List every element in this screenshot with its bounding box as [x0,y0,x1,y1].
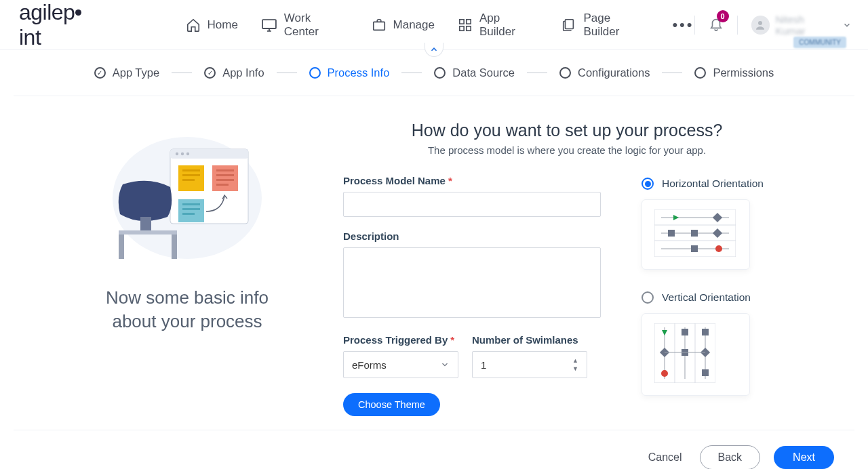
nav-work-center[interactable]: Work Center [261,12,349,39]
nav-page-builder-label: Page Builder [583,12,649,39]
step-app-info[interactable]: App Info [204,66,264,79]
step-connector [172,73,192,73]
label-description: Description [343,230,601,242]
nav-app-builder[interactable]: App Builder [458,12,539,39]
radio-vertical[interactable]: Vertical Orientation [642,291,791,304]
svg-rect-4 [460,26,464,30]
nav-more[interactable]: ••• [672,16,694,34]
chevron-up-icon [429,45,439,54]
avatar [751,16,770,35]
svg-rect-29 [119,234,124,259]
next-button[interactable]: Next [774,446,834,469]
svg-point-11 [176,152,178,155]
person-icon [754,19,766,31]
form-area: How do you want to set up your process? … [343,114,837,416]
svg-rect-26 [182,213,195,215]
radio-icon [642,178,654,190]
input-description[interactable] [343,247,601,318]
illustration-column: Now some basic info about your process [31,114,343,416]
step-label: Data Source [452,66,515,79]
svg-rect-22 [216,184,229,186]
svg-marker-50 [662,330,667,335]
svg-rect-42 [691,245,698,252]
step-process-info[interactable]: Process Info [309,66,390,79]
check-circle-icon [94,67,106,79]
user-tag: COMMUNITY [793,37,846,48]
svg-rect-17 [182,179,195,181]
user-name: Nitesh Kumar [775,14,837,37]
step-data-source[interactable]: Data Source [434,66,515,79]
svg-rect-15 [182,169,200,171]
notifications-badge: 0 [717,10,729,22]
check-circle-icon [204,67,216,79]
form-header: How do you want to set up your process? … [343,114,791,175]
back-button[interactable]: Back [700,445,761,469]
page-subtitle: The process model is where you create th… [343,144,791,156]
svg-rect-25 [182,208,200,210]
step-connector [662,73,682,73]
svg-rect-30 [172,234,177,259]
nav-app-builder-label: App Builder [479,12,539,39]
svg-rect-20 [216,174,234,176]
briefcase-icon [372,18,387,33]
step-label: Configurations [578,66,650,79]
step-configurations[interactable]: Configurations [559,66,650,79]
svg-rect-19 [216,169,234,171]
chevron-down-icon [440,360,450,369]
horizontal-diagram-icon [654,209,736,257]
radio-label: Vertical Orientation [662,291,751,304]
orientation-column: Horizontal Orientation [642,178,791,416]
svg-rect-18 [212,165,238,191]
vertical-preview [642,313,750,396]
svg-rect-51 [682,329,688,335]
step-permissions[interactable]: Permissions [694,66,774,79]
notifications-button[interactable]: 0 [709,16,724,35]
step-label: Process Info [328,66,390,79]
horizontal-preview [642,199,750,270]
spinner-up[interactable]: ▲ [572,357,578,364]
pages-icon [561,18,576,33]
svg-rect-39 [668,230,675,237]
content-grid: Now some basic info about your process H… [14,102,854,416]
svg-point-56 [661,370,668,377]
empty-circle-icon [434,67,446,79]
svg-rect-3 [467,19,471,23]
user-menu[interactable]: Nitesh Kumar [751,14,852,37]
select-triggered-by[interactable]: eForms [343,351,458,378]
empty-circle-icon [694,67,706,79]
spinner-value: 1 [481,359,486,371]
step-connector [277,73,297,73]
cancel-button[interactable]: Cancel [644,451,686,464]
chevron-down-icon [842,20,852,30]
vertical-diagram-icon [654,323,715,383]
wizard-steps: App Type App Info Process Info Data Sour… [14,50,854,96]
choose-theme-button[interactable]: Choose Theme [343,393,440,416]
illustration-caption: Now some basic info about your process [106,286,269,333]
primary-nav: Home Work Center Manage App Builder Page… [186,12,694,39]
monitor-icon [261,18,277,33]
svg-point-13 [186,152,189,155]
svg-marker-37 [673,215,679,220]
input-model-name[interactable] [343,192,601,217]
svg-rect-5 [467,26,471,30]
radio-horizontal[interactable]: Horizontal Orientation [642,178,791,190]
divider [737,16,738,35]
svg-rect-21 [216,179,234,181]
svg-rect-1 [373,22,384,30]
nav-manage[interactable]: Manage [372,18,435,33]
svg-rect-23 [178,199,204,222]
nav-manage-label: Manage [393,18,435,32]
top-header: agilepint Home Work Center Manage App Bu… [0,0,868,50]
process-illustration [109,117,265,259]
grid-icon [458,18,473,33]
step-connector [401,73,422,73]
svg-point-7 [758,21,762,25]
nav-page-builder[interactable]: Page Builder [561,12,649,39]
label-model-name: Process Model Name* [343,175,601,186]
input-swimlanes[interactable]: 1 ▲ ▼ [472,351,587,378]
nav-work-center-label: Work Center [284,12,349,39]
step-app-type[interactable]: App Type [94,66,159,79]
spinner-down[interactable]: ▼ [572,365,578,372]
nav-home[interactable]: Home [186,18,238,33]
svg-rect-24 [182,203,200,205]
